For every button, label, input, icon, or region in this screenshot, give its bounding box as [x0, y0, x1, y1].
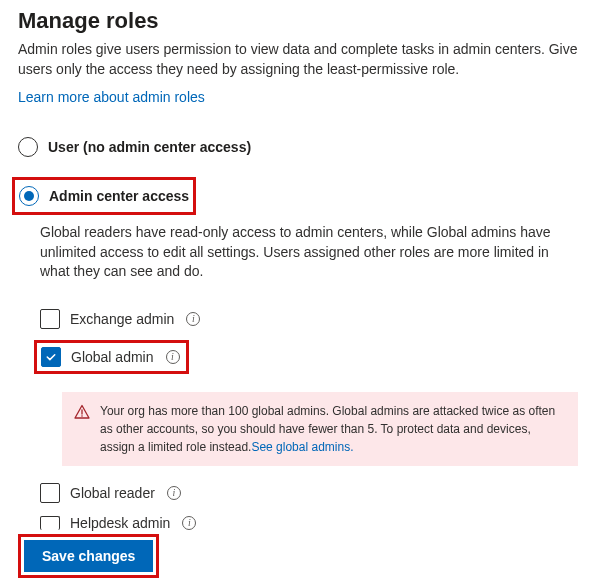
svg-point-1: [81, 415, 83, 417]
info-icon[interactable]: i: [167, 486, 181, 500]
warning-banner: Your org has more than 100 global admins…: [62, 392, 578, 466]
checkbox-unchecked-icon: [40, 309, 60, 329]
radio-admin-center-access[interactable]: Admin center access: [19, 182, 189, 210]
admin-access-description: Global readers have read-only access to …: [40, 223, 578, 282]
info-icon[interactable]: i: [182, 516, 196, 530]
checkbox-exchange-admin[interactable]: Exchange admin i: [40, 306, 578, 332]
warning-icon: [74, 404, 90, 420]
checkbox-global-admin[interactable]: Global admin i: [41, 347, 180, 367]
info-icon[interactable]: i: [166, 350, 180, 364]
radio-unselected-icon: [18, 137, 38, 157]
exchange-admin-label: Exchange admin: [70, 311, 174, 327]
page-description: Admin roles give users permission to vie…: [18, 40, 578, 79]
see-global-admins-link[interactable]: See global admins.: [251, 440, 353, 454]
check-icon: [45, 351, 57, 363]
checkbox-helpdesk-admin[interactable]: Helpdesk admin i: [40, 512, 578, 534]
global-admin-label: Global admin: [71, 349, 154, 365]
save-changes-button[interactable]: Save changes: [24, 540, 153, 572]
checkbox-global-reader[interactable]: Global reader i: [40, 480, 578, 506]
page-title: Manage roles: [18, 8, 578, 34]
global-reader-label: Global reader: [70, 485, 155, 501]
checkbox-unchecked-icon: [40, 483, 60, 503]
radio-admin-label: Admin center access: [49, 188, 189, 204]
radio-selected-icon: [19, 186, 39, 206]
radio-user-label: User (no admin center access): [48, 139, 251, 155]
learn-more-link[interactable]: Learn more about admin roles: [18, 89, 205, 105]
info-icon[interactable]: i: [186, 312, 200, 326]
radio-user-no-access[interactable]: User (no admin center access): [18, 133, 578, 161]
checkbox-unchecked-icon: [40, 516, 60, 530]
helpdesk-admin-label: Helpdesk admin: [70, 515, 170, 531]
checkbox-checked-icon: [41, 347, 61, 367]
